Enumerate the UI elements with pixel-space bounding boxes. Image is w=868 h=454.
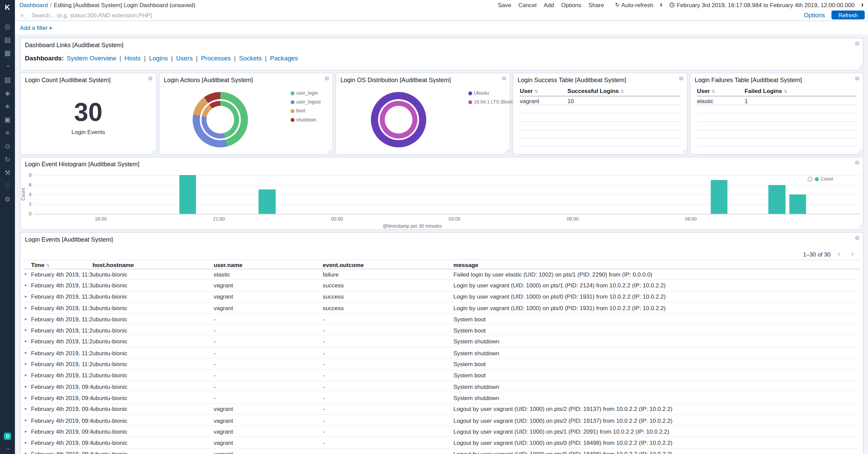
table-row[interactable]: ▸February 4th 2019, 11:30:21.341ubuntu-b… bbox=[24, 302, 860, 314]
column-header-user[interactable]: User⇅ bbox=[697, 88, 745, 94]
column-header-host-hostname[interactable]: host.hostname bbox=[93, 261, 214, 268]
histogram-bar[interactable] bbox=[179, 175, 196, 214]
table-row[interactable]: ▸February 4th 2019, 11:31:25.403ubuntu-b… bbox=[24, 269, 860, 280]
login-actions-donut-chart[interactable] bbox=[193, 92, 248, 147]
dashboard-icon[interactable]: ▦ bbox=[4, 50, 11, 57]
management-icon[interactable]: ⚙ bbox=[4, 196, 11, 203]
dashboard-link-users[interactable]: Users bbox=[176, 55, 193, 62]
legend-item-ubuntu[interactable]: Ubuntu bbox=[468, 90, 513, 96]
menu-item-save[interactable]: Save bbox=[498, 1, 511, 8]
column-header-failed-logins[interactable]: Failed Logins⇅ bbox=[745, 88, 856, 94]
table-row[interactable]: ▸February 4th 2019, 11:27:04.700ubuntu-b… bbox=[24, 370, 860, 381]
prev-page-icon[interactable]: ‹ bbox=[834, 250, 844, 258]
table-row[interactable]: ▸February 4th 2019, 11:31:12.806ubuntu-b… bbox=[24, 280, 860, 291]
gear-icon[interactable]: ⚙ bbox=[855, 76, 860, 81]
table-row[interactable]: ▸February 4th 2019, 11:27:49.056ubuntu-b… bbox=[24, 325, 860, 336]
gear-icon[interactable]: ⚙ bbox=[679, 76, 684, 81]
column-header-time[interactable]: Time⇅ bbox=[31, 261, 92, 268]
logs-icon[interactable]: ≡ bbox=[5, 130, 9, 137]
search-input[interactable] bbox=[32, 12, 804, 18]
resize-handle[interactable] bbox=[327, 149, 332, 154]
expand-row-icon[interactable]: ▸ bbox=[24, 418, 31, 422]
expand-row-icon[interactable]: ▸ bbox=[24, 396, 31, 400]
expand-row-icon[interactable]: ▸ bbox=[24, 294, 31, 299]
legend-item-user-logout[interactable]: user_logout bbox=[291, 99, 321, 105]
histogram-bar[interactable] bbox=[711, 180, 728, 214]
space-badge[interactable]: D bbox=[4, 433, 11, 440]
menu-item-cancel[interactable]: Cancel bbox=[518, 1, 536, 8]
time-range-button[interactable]: February 3rd 2019, 16:17:08.984 to Febru… bbox=[669, 1, 854, 8]
breadcrumb-dashboard-link[interactable]: Dashboard bbox=[19, 1, 48, 8]
auto-refresh-button[interactable]: ↻ Auto-refresh bbox=[615, 1, 653, 8]
menu-item-options[interactable]: Options bbox=[561, 1, 581, 8]
histogram-bar[interactable] bbox=[259, 190, 276, 214]
login-os-donut-chart[interactable] bbox=[371, 92, 426, 147]
column-header-user[interactable]: User⇅ bbox=[520, 88, 567, 94]
apm-icon[interactable]: ⊙ bbox=[5, 143, 10, 150]
column-header-event-outcome[interactable]: event.outcome bbox=[323, 261, 453, 268]
resize-handle[interactable] bbox=[857, 149, 863, 154]
legend-item-user-login[interactable]: user_login bbox=[291, 90, 321, 96]
canvas-icon[interactable]: ▧ bbox=[4, 76, 11, 83]
resize-handle[interactable] bbox=[857, 224, 863, 229]
dashboard-link-packages[interactable]: Packages bbox=[270, 55, 298, 62]
monitoring-icon[interactable]: ♡ bbox=[4, 183, 11, 190]
dashboard-link-hosts[interactable]: Hosts bbox=[124, 55, 141, 62]
add-filter-button[interactable]: Add a filter+ bbox=[20, 24, 52, 31]
table-row[interactable]: ▸February 4th 2019, 09:44:20.065ubuntu-b… bbox=[24, 381, 860, 392]
timelion-icon[interactable]: ◔ bbox=[5, 63, 9, 70]
table-row[interactable]: ▸February 4th 2019, 09:44:19.095ubuntu-b… bbox=[24, 426, 860, 437]
table-row[interactable]: elastic1 bbox=[697, 96, 856, 105]
column-header-successful-logins[interactable]: Successful Logins⇅ bbox=[567, 88, 680, 94]
expand-row-icon[interactable]: ▸ bbox=[24, 305, 31, 310]
expand-row-icon[interactable]: ▸ bbox=[24, 452, 31, 454]
time-forward-icon[interactable]: › bbox=[861, 1, 864, 8]
legend-toggle-icon[interactable]: ‹ bbox=[808, 176, 813, 182]
query-options-link[interactable]: Options bbox=[804, 12, 825, 18]
legend-item-18-04-1-lts-bionic-b[interactable]: 18.04.1 LTS (Bionic B... bbox=[468, 99, 513, 105]
dashboard-link-processes[interactable]: Processes bbox=[201, 55, 231, 62]
table-row[interactable]: ▸February 4th 2019, 09:43:38.665ubuntu-b… bbox=[24, 449, 860, 454]
column-header-user-name[interactable]: user.name bbox=[214, 261, 323, 268]
gear-icon[interactable]: ⚙ bbox=[324, 76, 330, 81]
expand-row-icon[interactable]: ▸ bbox=[24, 407, 31, 411]
time-back-icon[interactable]: ‹ bbox=[660, 1, 663, 8]
gear-icon[interactable]: ⚙ bbox=[855, 160, 860, 166]
dev-tools-icon[interactable]: ⚒ bbox=[4, 170, 11, 177]
expand-row-icon[interactable]: ▸ bbox=[24, 429, 31, 434]
expand-row-icon[interactable]: ▸ bbox=[24, 351, 31, 355]
column-header-message[interactable]: message bbox=[453, 261, 860, 268]
legend-item-count[interactable]: Count bbox=[815, 176, 833, 182]
resize-handle[interactable] bbox=[151, 149, 156, 154]
gear-icon[interactable]: ⚙ bbox=[855, 41, 860, 46]
table-row[interactable]: vagrant10 bbox=[520, 96, 680, 105]
dashboard-link-sockets[interactable]: Sockets bbox=[239, 55, 262, 62]
menu-item-add[interactable]: Add bbox=[544, 1, 554, 8]
table-row[interactable]: ▸February 4th 2019, 11:27:49.056ubuntu-b… bbox=[24, 314, 860, 325]
expand-row-icon[interactable]: ▸ bbox=[24, 339, 31, 344]
legend-item-boot[interactable]: boot bbox=[291, 108, 321, 113]
table-row[interactable]: ▸February 4th 2019, 09:44:20.065ubuntu-b… bbox=[24, 392, 860, 403]
resize-handle[interactable] bbox=[857, 64, 863, 69]
expand-nav-icon[interactable]: → bbox=[4, 445, 11, 451]
gear-icon[interactable]: ⚙ bbox=[501, 76, 507, 81]
machine-learning-icon[interactable]: ∗ bbox=[5, 103, 10, 110]
expand-row-icon[interactable]: ▸ bbox=[24, 440, 31, 445]
next-page-icon[interactable]: › bbox=[847, 250, 857, 258]
histogram-bar[interactable] bbox=[769, 185, 786, 214]
table-row[interactable]: ▸February 4th 2019, 11:27:22.431ubuntu-b… bbox=[24, 336, 860, 347]
dashboard-link-logins[interactable]: Logins bbox=[149, 55, 167, 62]
infrastructure-icon[interactable]: ▣ bbox=[4, 116, 11, 124]
uptime-icon[interactable]: ↻ bbox=[5, 156, 10, 163]
refresh-button[interactable]: Refresh bbox=[831, 11, 865, 19]
expand-row-icon[interactable]: ▸ bbox=[24, 362, 31, 366]
gear-icon[interactable]: ⚙ bbox=[148, 76, 153, 81]
resize-handle[interactable] bbox=[682, 149, 687, 154]
dashboard-link-system-overview[interactable]: System Overview bbox=[66, 55, 116, 62]
table-row[interactable]: ▸February 4th 2019, 09:44:19.547ubuntu-b… bbox=[24, 403, 860, 415]
visualize-icon[interactable]: ▤ bbox=[4, 37, 11, 44]
gear-icon[interactable]: ⚙ bbox=[855, 235, 860, 241]
legend-item-shutdown[interactable]: shutdown bbox=[291, 117, 321, 122]
maps-icon[interactable]: ◈ bbox=[5, 90, 10, 97]
table-row[interactable]: ▸February 4th 2019, 11:27:04.700ubuntu-b… bbox=[24, 359, 860, 370]
